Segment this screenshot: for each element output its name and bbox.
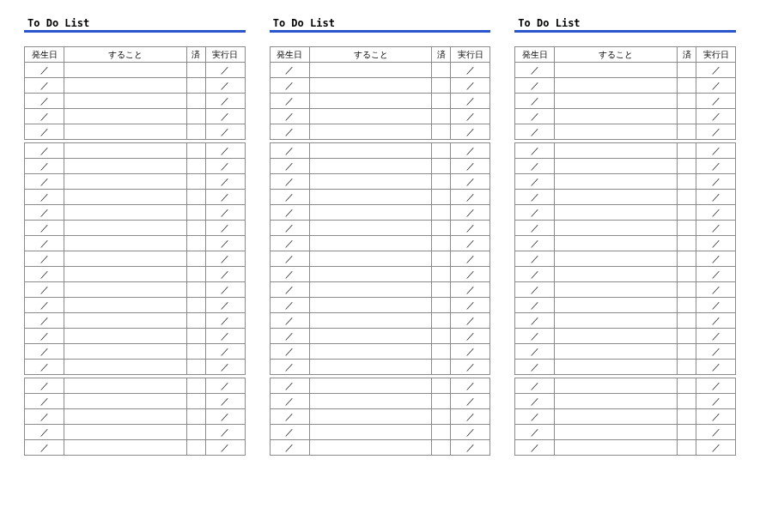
cell-start-date[interactable]: ／ — [515, 143, 555, 159]
cell-exec-date[interactable]: ／ — [696, 425, 736, 440]
cell-exec-date[interactable]: ／ — [205, 251, 245, 267]
cell-exec-date[interactable]: ／ — [451, 313, 490, 329]
cell-done[interactable] — [186, 282, 205, 298]
cell-start-date[interactable]: ／ — [270, 205, 309, 221]
cell-task[interactable] — [309, 267, 432, 282]
cell-task[interactable] — [555, 298, 678, 313]
cell-exec-date[interactable]: ／ — [451, 267, 490, 282]
cell-start-date[interactable]: ／ — [515, 221, 555, 236]
cell-done[interactable] — [186, 360, 205, 375]
cell-done[interactable] — [186, 174, 205, 190]
cell-task[interactable] — [64, 174, 187, 190]
cell-done[interactable] — [678, 360, 696, 375]
cell-done[interactable] — [678, 313, 696, 329]
cell-task[interactable] — [555, 109, 678, 124]
cell-done[interactable] — [678, 124, 696, 140]
cell-done[interactable] — [678, 267, 696, 282]
cell-exec-date[interactable]: ／ — [205, 440, 245, 456]
cell-exec-date[interactable]: ／ — [205, 394, 245, 409]
cell-exec-date[interactable]: ／ — [451, 282, 490, 298]
cell-exec-date[interactable]: ／ — [451, 440, 490, 456]
cell-task[interactable] — [555, 282, 678, 298]
cell-start-date[interactable]: ／ — [515, 190, 555, 205]
cell-task[interactable] — [309, 94, 432, 109]
cell-start-date[interactable]: ／ — [515, 267, 555, 282]
cell-done[interactable] — [678, 109, 696, 124]
cell-done[interactable] — [186, 378, 205, 394]
cell-exec-date[interactable]: ／ — [696, 159, 736, 174]
cell-done[interactable] — [432, 298, 451, 313]
cell-exec-date[interactable]: ／ — [696, 78, 736, 94]
cell-done[interactable] — [432, 329, 451, 344]
cell-exec-date[interactable]: ／ — [451, 329, 490, 344]
cell-start-date[interactable]: ／ — [515, 78, 555, 94]
cell-task[interactable] — [555, 124, 678, 140]
cell-exec-date[interactable]: ／ — [451, 425, 490, 440]
cell-exec-date[interactable]: ／ — [696, 440, 736, 456]
cell-exec-date[interactable]: ／ — [696, 313, 736, 329]
cell-done[interactable] — [432, 190, 451, 205]
cell-done[interactable] — [186, 190, 205, 205]
cell-exec-date[interactable]: ／ — [205, 78, 245, 94]
cell-done[interactable] — [186, 236, 205, 251]
cell-start-date[interactable]: ／ — [515, 159, 555, 174]
cell-exec-date[interactable]: ／ — [451, 190, 490, 205]
cell-done[interactable] — [678, 236, 696, 251]
cell-exec-date[interactable]: ／ — [696, 143, 736, 159]
cell-start-date[interactable]: ／ — [25, 143, 64, 159]
cell-start-date[interactable]: ／ — [25, 329, 64, 344]
cell-task[interactable] — [555, 360, 678, 375]
cell-start-date[interactable]: ／ — [25, 313, 64, 329]
cell-done[interactable] — [432, 143, 451, 159]
cell-task[interactable] — [309, 124, 432, 140]
cell-task[interactable] — [64, 409, 187, 425]
cell-task[interactable] — [309, 174, 432, 190]
cell-task[interactable] — [64, 205, 187, 221]
cell-start-date[interactable]: ／ — [270, 282, 309, 298]
cell-task[interactable] — [64, 159, 187, 174]
cell-exec-date[interactable]: ／ — [696, 109, 736, 124]
cell-start-date[interactable]: ／ — [25, 251, 64, 267]
cell-start-date[interactable]: ／ — [515, 94, 555, 109]
cell-start-date[interactable]: ／ — [515, 360, 555, 375]
cell-done[interactable] — [432, 78, 451, 94]
cell-task[interactable] — [64, 425, 187, 440]
cell-done[interactable] — [186, 63, 205, 78]
cell-task[interactable] — [309, 78, 432, 94]
cell-exec-date[interactable]: ／ — [451, 159, 490, 174]
cell-task[interactable] — [309, 329, 432, 344]
cell-done[interactable] — [678, 282, 696, 298]
cell-start-date[interactable]: ／ — [270, 174, 309, 190]
cell-exec-date[interactable]: ／ — [451, 174, 490, 190]
cell-start-date[interactable]: ／ — [25, 360, 64, 375]
cell-task[interactable] — [555, 63, 678, 78]
cell-start-date[interactable]: ／ — [270, 440, 309, 456]
cell-start-date[interactable]: ／ — [270, 109, 309, 124]
cell-done[interactable] — [186, 251, 205, 267]
cell-start-date[interactable]: ／ — [270, 143, 309, 159]
cell-exec-date[interactable]: ／ — [205, 190, 245, 205]
cell-exec-date[interactable]: ／ — [205, 329, 245, 344]
cell-done[interactable] — [678, 190, 696, 205]
cell-done[interactable] — [432, 378, 451, 394]
cell-start-date[interactable]: ／ — [515, 282, 555, 298]
cell-task[interactable] — [309, 236, 432, 251]
cell-start-date[interactable]: ／ — [270, 298, 309, 313]
cell-task[interactable] — [64, 124, 187, 140]
cell-start-date[interactable]: ／ — [270, 360, 309, 375]
cell-start-date[interactable]: ／ — [515, 394, 555, 409]
cell-done[interactable] — [678, 78, 696, 94]
cell-task[interactable] — [64, 251, 187, 267]
cell-start-date[interactable]: ／ — [25, 298, 64, 313]
cell-done[interactable] — [432, 440, 451, 456]
cell-done[interactable] — [678, 221, 696, 236]
cell-task[interactable] — [64, 267, 187, 282]
cell-done[interactable] — [432, 109, 451, 124]
cell-start-date[interactable]: ／ — [270, 409, 309, 425]
cell-start-date[interactable]: ／ — [25, 425, 64, 440]
cell-exec-date[interactable]: ／ — [205, 94, 245, 109]
cell-task[interactable] — [64, 94, 187, 109]
cell-start-date[interactable]: ／ — [515, 344, 555, 360]
cell-done[interactable] — [678, 425, 696, 440]
cell-exec-date[interactable]: ／ — [205, 267, 245, 282]
